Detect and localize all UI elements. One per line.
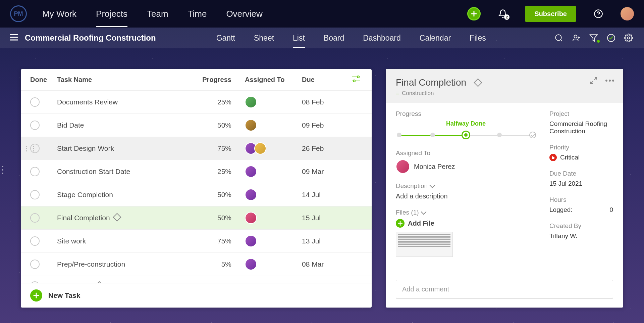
add-person-button[interactable] — [571, 33, 582, 43]
task-list-panel: Done Task Name Progress Assigned To Due … — [21, 69, 372, 308]
task-name: Site work — [57, 237, 195, 245]
approve-button[interactable] — [606, 33, 616, 43]
drag-handle[interactable]: ⋮⋮ — [23, 144, 37, 152]
assignee-avatar[interactable] — [245, 189, 257, 201]
task-progress: 5% — [195, 260, 245, 268]
nav-team[interactable]: Team — [147, 1, 168, 27]
list-body: ⋮⋮ Documents Review 25% 08 Feb ⋮⋮ Bid Da… — [21, 91, 372, 283]
progress-stage: Halfway Done — [396, 120, 536, 127]
description-input[interactable]: Add a description — [396, 192, 536, 200]
task-row[interactable]: ⋮⋮ Start Design Work 75% 26 Feb — [21, 137, 372, 160]
task-name: Final Completion — [57, 214, 195, 222]
task-row[interactable]: ⋮⋮ Construction Start Date 25% 09 Mar — [21, 160, 372, 183]
new-task-button[interactable]: New Task — [21, 283, 372, 308]
more-icon[interactable] — [605, 79, 614, 82]
list-settings-button[interactable] — [352, 75, 362, 84]
nav-my-work[interactable]: My Work — [42, 1, 76, 27]
detail-category[interactable]: ≡ Construction — [396, 90, 613, 97]
task-name: Bid Date — [57, 121, 195, 129]
done-checkbox[interactable] — [30, 97, 40, 107]
help-button[interactable] — [592, 7, 605, 20]
task-due: 14 Jul — [302, 191, 352, 199]
add-file-label: Add File — [408, 220, 434, 227]
done-checkbox[interactable] — [30, 167, 40, 176]
comment-input[interactable]: Add a comment — [396, 280, 613, 299]
task-name: Prep/Pre-construction — [57, 260, 195, 268]
svg-point-2 — [574, 35, 577, 38]
expand-icon[interactable] — [590, 77, 598, 85]
done-checkbox[interactable] — [30, 190, 40, 199]
plus-circle-icon — [30, 289, 42, 302]
task-progress: 50% — [195, 214, 245, 222]
assigned-label: Assigned To — [396, 149, 536, 157]
logo[interactable]: PM — [10, 5, 27, 22]
file-thumbnail[interactable] — [396, 232, 453, 257]
tab-gantt[interactable]: Gantt — [216, 29, 235, 48]
check-circle-icon — [607, 34, 615, 42]
nav-overview[interactable]: Overview — [226, 1, 262, 27]
svg-point-5 — [357, 76, 359, 78]
done-checkbox[interactable] — [30, 260, 40, 269]
assignee-avatar[interactable] — [245, 96, 257, 108]
task-row[interactable]: ⋮⋮ Site work 75% 13 Jul — [21, 230, 372, 253]
svg-point-4 — [628, 37, 630, 39]
tab-dashboard[interactable]: Dashboard — [363, 29, 401, 48]
chevron-down-icon[interactable] — [421, 209, 426, 215]
done-checkbox[interactable] — [30, 236, 40, 246]
new-task-label: New Task — [48, 291, 80, 299]
due-date-label: Due Date — [549, 170, 613, 177]
done-checkbox[interactable] — [30, 213, 40, 223]
nav-time[interactable]: Time — [188, 1, 207, 27]
assignee-avatar[interactable] — [245, 212, 257, 224]
task-progress: 50% — [195, 121, 245, 129]
project-field-value: Commercial Roofing Construction — [549, 120, 613, 135]
task-row[interactable]: ⋮⋮ Bid Date 50% 09 Feb — [21, 114, 372, 137]
col-assigned: Assigned To — [245, 76, 302, 84]
task-row[interactable]: ⋮⋮ Documents Review 25% 08 Feb — [21, 91, 372, 114]
assigned-person[interactable]: Monica Perez — [396, 159, 536, 174]
main-nav: My Work Projects Team Time Overview — [42, 1, 263, 27]
due-date-value[interactable]: 15 Jul 2021 — [549, 180, 613, 187]
assignee-avatar[interactable] — [245, 258, 257, 270]
tab-calendar[interactable]: Calendar — [420, 29, 451, 48]
progress-slider[interactable] — [399, 129, 533, 141]
tab-sheet[interactable]: Sheet — [254, 29, 274, 48]
assignee-avatar[interactable] — [254, 142, 266, 154]
user-avatar[interactable] — [621, 7, 634, 20]
task-row[interactable]: ⋮⋮ Prep/Pre-construction 5% 08 Mar — [21, 253, 372, 276]
project-menu-button[interactable] — [10, 34, 18, 42]
subscribe-button[interactable]: Subscribe — [525, 6, 576, 22]
task-assignees — [245, 258, 302, 270]
col-name: Task Name — [57, 76, 195, 84]
task-assignees — [245, 119, 302, 131]
assignee-avatar[interactable] — [245, 235, 257, 247]
svg-point-1 — [555, 35, 561, 40]
chevron-down-icon[interactable] — [430, 183, 435, 188]
task-row[interactable]: ⋮⋮ Final Completion 50% 15 Jul — [21, 206, 372, 230]
task-row[interactable]: ⋮⋮ Stage Completion 50% 14 Jul — [21, 183, 372, 206]
tab-board[interactable]: Board — [324, 29, 344, 48]
settings-button[interactable] — [623, 33, 634, 43]
search-button[interactable] — [553, 33, 564, 43]
list-header: Done Task Name Progress Assigned To Due — [21, 69, 372, 91]
priority-value[interactable]: Critical — [549, 154, 613, 161]
task-due: 26 Jul — [302, 282, 352, 283]
tab-files[interactable]: Files — [470, 29, 486, 48]
plus-circle-icon — [396, 219, 405, 228]
tab-list[interactable]: List — [293, 29, 305, 48]
done-checkbox[interactable] — [30, 121, 40, 130]
nav-projects[interactable]: Projects — [96, 1, 127, 27]
task-row[interactable]: ⋮⋮ Occupancy 0% 26 Jul — [21, 276, 372, 283]
side-handle[interactable] — [2, 166, 3, 174]
notifications-button[interactable]: 2 — [496, 7, 509, 20]
add-global-button[interactable] — [467, 7, 481, 20]
add-file-button[interactable]: Add File — [396, 219, 536, 228]
assignee-avatar[interactable] — [245, 166, 257, 178]
top-nav: PM My Work Projects Team Time Overview 2… — [0, 0, 644, 28]
task-due: 08 Mar — [302, 260, 352, 268]
task-assignees — [245, 212, 302, 224]
col-due: Due — [302, 76, 352, 84]
filter-button[interactable] — [588, 33, 599, 43]
assignee-avatar[interactable] — [245, 119, 257, 131]
done-checkbox[interactable] — [30, 281, 40, 283]
